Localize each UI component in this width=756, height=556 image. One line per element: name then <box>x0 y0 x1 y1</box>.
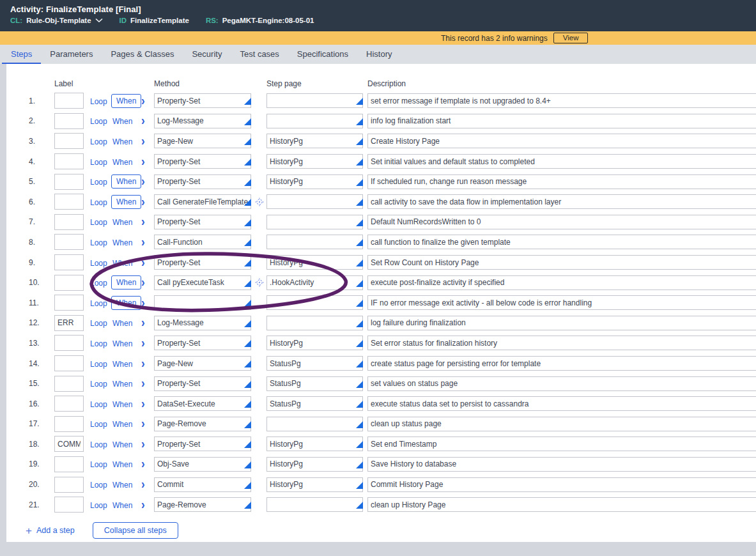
when-link[interactable]: When <box>112 460 132 469</box>
label-input[interactable] <box>54 93 84 109</box>
step-page-input[interactable] <box>266 194 363 209</box>
expand-step-chevron-icon[interactable]: › <box>141 195 145 208</box>
step-page-input[interactable] <box>266 457 363 472</box>
label-input[interactable] <box>54 456 84 472</box>
description-input[interactable] <box>367 275 756 290</box>
step-page-input[interactable] <box>266 235 363 249</box>
when-link[interactable]: When <box>112 420 132 429</box>
description-input[interactable] <box>367 215 756 229</box>
expand-step-chevron-icon[interactable]: › <box>141 458 145 470</box>
loop-link[interactable]: Loop <box>90 501 107 510</box>
expand-step-chevron-icon[interactable]: › <box>141 236 145 249</box>
method-input[interactable] <box>154 316 251 330</box>
loop-link[interactable]: Loop <box>90 440 107 449</box>
label-input[interactable] <box>54 315 84 331</box>
description-input[interactable] <box>367 477 756 492</box>
loop-link[interactable]: Loop <box>90 460 107 469</box>
tab-test-cases[interactable]: Test cases <box>231 45 288 64</box>
label-input[interactable] <box>54 234 84 250</box>
label-input[interactable] <box>54 295 84 311</box>
step-page-input[interactable] <box>266 215 363 229</box>
view-warnings-button[interactable]: View <box>553 33 589 43</box>
label-input[interactable] <box>54 376 84 392</box>
when-link[interactable]: When <box>112 440 132 449</box>
tab-specifications[interactable]: Specifications <box>288 45 357 64</box>
description-input[interactable] <box>367 376 756 391</box>
expand-step-chevron-icon[interactable]: › <box>141 498 145 511</box>
expand-step-chevron-icon[interactable]: › <box>141 337 145 350</box>
expand-step-chevron-icon[interactable]: › <box>141 95 145 107</box>
add-step-button[interactable]: + Add a step <box>26 525 75 536</box>
step-page-input[interactable] <box>266 417 363 431</box>
when-link[interactable]: When <box>112 501 132 510</box>
step-page-input[interactable] <box>266 114 363 128</box>
expand-step-chevron-icon[interactable]: › <box>141 276 145 289</box>
loop-link[interactable]: Loop <box>90 420 107 429</box>
description-input[interactable] <box>367 114 756 128</box>
step-page-input[interactable] <box>266 477 363 492</box>
step-page-input[interactable] <box>266 154 363 169</box>
method-input[interactable] <box>154 436 251 451</box>
step-page-input[interactable] <box>266 396 363 411</box>
when-link[interactable]: When <box>111 174 141 189</box>
label-input[interactable] <box>54 355 84 371</box>
description-input[interactable] <box>367 154 756 169</box>
when-link[interactable]: When <box>112 117 132 126</box>
expand-step-chevron-icon[interactable]: › <box>141 256 145 268</box>
tab-history[interactable]: History <box>357 45 401 64</box>
method-input[interactable] <box>154 376 251 391</box>
description-input[interactable] <box>367 255 756 270</box>
label-input[interactable] <box>54 396 84 412</box>
when-link[interactable]: When <box>112 380 132 389</box>
method-input[interactable] <box>154 194 251 209</box>
loop-link[interactable]: Loop <box>90 198 107 207</box>
loop-link[interactable]: Loop <box>90 117 107 126</box>
label-input[interactable] <box>54 275 84 291</box>
method-input[interactable] <box>154 477 251 492</box>
when-link[interactable]: When <box>112 259 132 268</box>
method-input[interactable] <box>154 134 251 148</box>
when-link[interactable]: When <box>111 195 141 209</box>
loop-link[interactable]: Loop <box>90 400 107 409</box>
expand-step-chevron-icon[interactable]: › <box>141 478 145 491</box>
expand-step-chevron-icon[interactable]: › <box>141 417 145 430</box>
label-input[interactable] <box>54 153 84 169</box>
description-input[interactable] <box>367 417 756 431</box>
description-input[interactable] <box>367 336 756 350</box>
step-page-input[interactable] <box>266 174 363 189</box>
tab-security[interactable]: Security <box>183 45 231 64</box>
method-input[interactable] <box>154 174 251 189</box>
label-input[interactable] <box>54 194 84 210</box>
when-link[interactable]: When <box>112 158 132 167</box>
label-input[interactable] <box>54 113 84 129</box>
method-input[interactable] <box>154 275 251 290</box>
when-link[interactable]: When <box>111 275 141 290</box>
loop-link[interactable]: Loop <box>90 259 107 268</box>
description-input[interactable] <box>367 356 756 371</box>
description-input[interactable] <box>367 436 756 451</box>
crosshair-icon[interactable] <box>255 197 264 206</box>
loop-link[interactable]: Loop <box>90 97 107 106</box>
chevron-down-icon[interactable] <box>95 17 103 24</box>
loop-link[interactable]: Loop <box>90 481 107 490</box>
loop-link[interactable]: Loop <box>90 319 107 328</box>
step-page-input[interactable] <box>266 134 363 148</box>
description-input[interactable] <box>367 457 756 472</box>
expand-step-chevron-icon[interactable]: › <box>141 155 145 167</box>
step-page-input[interactable] <box>266 295 363 310</box>
tab-pages-classes[interactable]: Pages & Classes <box>102 45 183 64</box>
step-page-input[interactable] <box>266 93 363 108</box>
description-input[interactable] <box>367 316 756 330</box>
label-input[interactable] <box>54 477 84 493</box>
loop-link[interactable]: Loop <box>90 299 107 308</box>
description-input[interactable] <box>367 194 756 209</box>
method-input[interactable] <box>154 114 251 128</box>
step-page-input[interactable] <box>266 275 363 290</box>
label-input[interactable] <box>54 174 84 190</box>
step-page-input[interactable] <box>266 376 363 391</box>
label-input[interactable] <box>54 497 84 513</box>
expand-step-chevron-icon[interactable]: › <box>141 215 145 228</box>
description-input[interactable] <box>367 396 756 411</box>
description-input[interactable] <box>367 295 756 310</box>
step-page-input[interactable] <box>266 497 363 512</box>
